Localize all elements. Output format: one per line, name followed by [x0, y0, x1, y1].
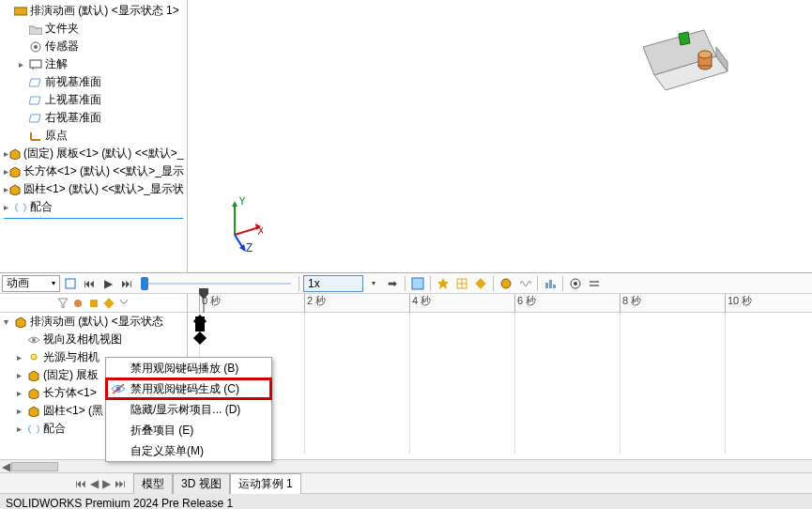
context-menu: 禁用观阅键码播放 (B) 禁用观阅键码生成 (C) 隐藏/显示树项目... (D… [105, 357, 272, 462]
play-button[interactable]: ▶ [100, 275, 116, 292]
menu-item-hideshow-tree[interactable]: 隐藏/显示树项目... (D) [106, 399, 271, 420]
ruler-tick: 6 秒 [514, 294, 536, 313]
part-icon [8, 165, 22, 178]
model-preview [624, 19, 756, 103]
filter-animated-icon[interactable] [102, 296, 115, 311]
part-icon [26, 387, 41, 400]
tree-item[interactable]: 前视基准面 [0, 73, 187, 91]
folder-icon [28, 23, 43, 36]
tree-item[interactable]: ▸注解 [0, 55, 187, 73]
tree-item[interactable]: 上视基准面 [0, 91, 187, 109]
tree-item[interactable]: ▸(固定) 展板<1> (默认) <<默认>_ [0, 145, 187, 162]
svg-rect-21 [412, 278, 423, 289]
svg-text:Y: Y [238, 197, 246, 208]
menu-item-disable-playback[interactable]: 禁用观阅键码播放 (B) [106, 358, 271, 378]
time-slider[interactable] [141, 275, 291, 292]
timeline-panel[interactable]: 0 秒 2 秒 4 秒 6 秒 8 秒 10 秒 [188, 294, 812, 459]
blank-icon [110, 361, 127, 376]
motor-button[interactable] [498, 275, 514, 292]
svg-rect-35 [103, 298, 114, 308]
ruler-tick: 10 秒 [725, 294, 752, 313]
animation-wizard-button[interactable] [435, 275, 452, 292]
motion-tree-toolbar [0, 294, 187, 313]
keyframe[interactable] [193, 332, 207, 345]
svg-rect-34 [90, 300, 98, 307]
motion-tree-root[interactable]: ▾排演动画 (默认) <显示状态 [0, 313, 187, 331]
menu-item-customize[interactable]: 自定义菜单(M) [106, 440, 271, 461]
status-bar: SOLIDWORKS Premium 2024 Pre Release 1 [0, 493, 812, 509]
filter-button[interactable] [56, 296, 69, 311]
keyframe-bar[interactable] [195, 316, 205, 332]
tree-item[interactable]: 原点 [0, 127, 187, 145]
tab-model[interactable]: 模型 [133, 473, 173, 494]
svg-rect-0 [14, 8, 27, 15]
part-icon [8, 147, 22, 161]
plane-icon [28, 76, 43, 89]
tree-item[interactable]: ▸长方体<1> (默认) <<默认>_显示 [0, 162, 187, 180]
svg-point-30 [574, 282, 577, 285]
collapse-button[interactable] [586, 275, 603, 292]
playback-speed[interactable]: 1x [303, 275, 363, 292]
calculate-button[interactable] [62, 275, 79, 292]
svg-rect-27 [549, 280, 552, 288]
bottom-tabs: ⏮◀▶⏭ 模型 3D 视图 运动算例 1 [0, 472, 812, 493]
orientation-triad: Y X Z [216, 197, 263, 254]
plane-icon [28, 112, 43, 125]
feature-manager-tree[interactable]: 排演动画 (默认) <显示状态 1> 文件夹 传感器 ▸注解 前视基准面 上视基… [0, 0, 188, 272]
tab-3dview[interactable]: 3D 视图 [173, 473, 230, 494]
play-start-button[interactable]: ⏮ [81, 275, 98, 292]
filter-selected-icon[interactable] [86, 296, 100, 311]
sensor-icon [28, 40, 43, 54]
part-icon [8, 183, 22, 196]
study-type-dropdown[interactable]: 动画▾ [2, 275, 60, 292]
tree-root[interactable]: 排演动画 (默认) <显示状态 1> [0, 2, 187, 20]
ruler-tick: 2 秒 [304, 294, 326, 313]
speed-dropdown-icon[interactable]: ▾ [365, 275, 382, 292]
tab-motion-study[interactable]: 运动算例 1 [230, 473, 301, 494]
part-icon [26, 369, 41, 382]
svg-point-37 [31, 354, 37, 360]
menu-item-disable-keygen[interactable]: 禁用观阅键码生成 (C) [106, 378, 271, 399]
ruler-tick: 8 秒 [620, 294, 641, 313]
svg-point-33 [74, 300, 82, 307]
addkey-button[interactable] [472, 275, 489, 292]
svg-rect-28 [553, 285, 556, 288]
svg-rect-26 [545, 283, 548, 288]
svg-marker-38 [199, 288, 208, 300]
filter-results-icon[interactable] [117, 296, 130, 311]
motion-tree-item[interactable]: 视向及相机视图 [0, 331, 187, 348]
play-end-button[interactable]: ⏭ [118, 275, 135, 292]
plane-icon [28, 94, 43, 107]
annotation-icon [28, 58, 43, 71]
autokey-button[interactable] [453, 275, 470, 292]
svg-text:Z: Z [246, 241, 253, 254]
tree-item[interactable]: 传感器 [0, 38, 187, 55]
tree-item[interactable]: 右视基准面 [0, 109, 187, 127]
svg-marker-22 [437, 278, 449, 289]
graphics-viewport[interactable]: Y X Z [188, 0, 812, 272]
blank-icon [110, 423, 127, 438]
save-animation-button[interactable] [409, 275, 426, 292]
svg-rect-31 [590, 281, 599, 283]
light-icon [26, 351, 41, 364]
filter-driven-icon[interactable] [71, 296, 84, 311]
blank-icon [110, 402, 127, 417]
loop-button[interactable]: ➡ [384, 275, 401, 292]
assembly-icon [13, 5, 28, 18]
blank-icon [110, 443, 127, 458]
svg-point-2 [34, 45, 38, 49]
menu-item-collapse[interactable]: 折叠项目 (E) [106, 420, 271, 440]
timeline-tracks[interactable] [188, 313, 812, 454]
tree-item[interactable]: ▸配合 [0, 198, 187, 216]
options-button[interactable] [567, 275, 584, 292]
tree-root-label: 排演动画 (默认) <显示状态 1> [30, 3, 179, 19]
tree-item[interactable]: 文件夹 [0, 20, 187, 38]
spring-button[interactable] [516, 275, 533, 292]
results-button[interactable] [542, 275, 559, 292]
svg-point-10 [698, 51, 712, 58]
time-cursor[interactable] [199, 288, 208, 313]
eye-off-icon [110, 381, 127, 396]
timeline-ruler[interactable]: 0 秒 2 秒 4 秒 6 秒 8 秒 10 秒 [188, 294, 812, 313]
svg-rect-20 [66, 279, 75, 288]
tree-item[interactable]: ▸圆柱<1> (默认) <<默认>_显示状 [0, 180, 187, 198]
